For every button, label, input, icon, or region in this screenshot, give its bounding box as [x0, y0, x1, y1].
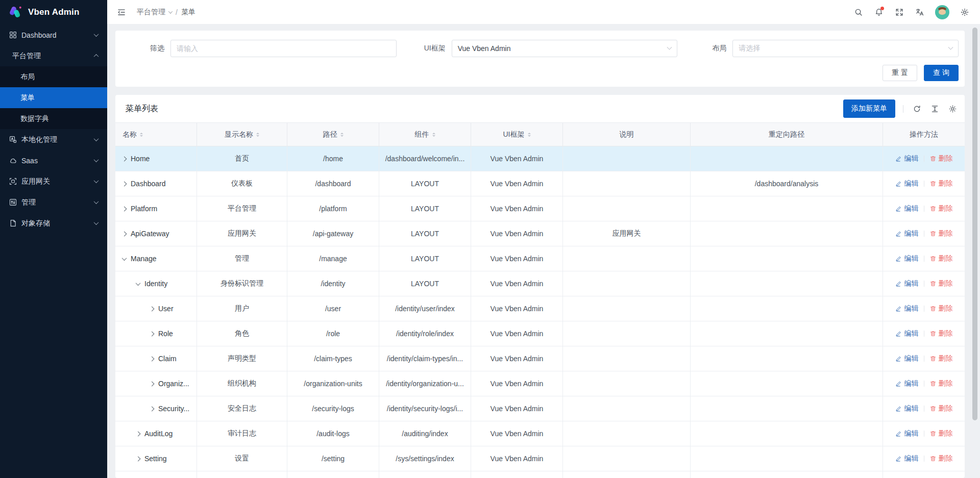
chevron-down-icon[interactable] [122, 256, 127, 261]
chevron-right-icon[interactable] [122, 156, 127, 161]
sidebar-subitem[interactable]: 数据字典 [0, 108, 107, 129]
display-cell: 平台管理 [197, 196, 287, 221]
search-icon[interactable] [850, 4, 867, 20]
breadcrumb-parent[interactable]: 平台管理 [137, 8, 165, 17]
chevron-right-icon[interactable] [150, 331, 155, 336]
sidebar-item[interactable]: 管理 [0, 192, 107, 213]
menu-fold-icon[interactable] [113, 4, 130, 20]
table-row[interactable]: Claim声明类型/claim-types/identity/claim-typ… [115, 346, 965, 371]
table-row[interactable] [115, 471, 965, 478]
sidebar-subitem[interactable]: 菜单 [0, 87, 107, 108]
sidebar-item[interactable]: 应用网关 [0, 171, 107, 192]
chevron-down-icon[interactable] [136, 281, 141, 286]
edit-link[interactable]: 编辑 [895, 454, 919, 463]
scrollbar-thumb[interactable] [972, 28, 977, 420]
delete-link[interactable]: 删除 [929, 454, 953, 463]
sort-caret-icon[interactable] [432, 133, 435, 137]
trash-icon [929, 405, 937, 412]
table-row[interactable]: Dashboard仪表板/dashboardLAYOUTVue Vben Adm… [115, 171, 965, 196]
actions-cell: 编辑 删除 [883, 446, 965, 471]
delete-link[interactable]: 删除 [929, 254, 953, 263]
column-header[interactable]: 组件 [379, 123, 471, 146]
column-header[interactable]: 路径 [287, 123, 379, 146]
translate-icon[interactable] [912, 4, 928, 20]
edit-link[interactable]: 编辑 [895, 179, 919, 188]
filter-input[interactable] [170, 40, 397, 57]
delete-link[interactable]: 删除 [929, 229, 953, 238]
table-row[interactable]: Home首页/home/dashboard/welcome/in...Vue V… [115, 146, 965, 171]
edit-link[interactable]: 编辑 [895, 379, 919, 388]
chevron-right-icon[interactable] [122, 231, 127, 236]
edit-link[interactable]: 编辑 [895, 229, 919, 238]
column-header[interactable]: UI框架 [471, 123, 563, 146]
fullscreen-icon[interactable] [891, 4, 908, 20]
edit-link[interactable]: 编辑 [895, 404, 919, 413]
gear-icon[interactable] [947, 103, 958, 114]
edit-link[interactable]: 编辑 [895, 254, 919, 263]
chevron-right-icon[interactable] [122, 181, 127, 186]
delete-link[interactable]: 删除 [929, 354, 953, 363]
column-header[interactable]: 显示名称 [197, 123, 287, 146]
chevron-right-icon[interactable] [136, 456, 141, 461]
table-row[interactable]: Setting设置/setting/sys/settings/indexVue … [115, 446, 965, 471]
redirect-cell [691, 146, 883, 171]
actions-cell: 编辑 删除 [883, 221, 965, 246]
sidebar-item[interactable]: 平台管理 [0, 45, 107, 66]
chevron-right-icon[interactable] [150, 381, 155, 386]
row-height-icon[interactable] [929, 103, 940, 114]
bell-icon[interactable] [871, 4, 887, 20]
gear-icon[interactable] [957, 4, 973, 20]
framework-cell: Vue Vben Admin [471, 296, 563, 321]
sort-caret-icon[interactable] [140, 133, 143, 137]
delete-link[interactable]: 删除 [929, 154, 953, 163]
edit-link[interactable]: 编辑 [895, 429, 919, 438]
logo[interactable]: Vben Admin [0, 0, 107, 24]
sort-caret-icon[interactable] [256, 133, 259, 137]
table-row[interactable]: Role角色/role/identity/role/indexVue Vben … [115, 321, 965, 346]
chevron-right-icon[interactable] [150, 306, 155, 311]
sidebar-item[interactable]: Dashboard [0, 24, 107, 45]
edit-link[interactable]: 编辑 [895, 154, 919, 163]
sidebar-item[interactable]: 对象存储 [0, 213, 107, 234]
chevron-right-icon[interactable] [122, 206, 127, 211]
delete-link[interactable]: 删除 [929, 279, 953, 288]
table-row[interactable]: Identity身份标识管理/identityLAYOUTVue Vben Ad… [115, 271, 965, 296]
sort-caret-icon[interactable] [528, 133, 531, 137]
search-button[interactable]: 查 询 [924, 65, 959, 81]
refresh-icon[interactable] [911, 103, 922, 114]
chevron-right-icon[interactable] [136, 431, 141, 436]
layout-select[interactable]: 请选择 [732, 40, 959, 57]
sort-caret-icon[interactable] [340, 133, 344, 137]
edit-link[interactable]: 编辑 [895, 329, 919, 338]
table-row[interactable]: Platform平台管理/platformLAYOUTVue Vben Admi… [115, 196, 965, 221]
edit-link[interactable]: 编辑 [895, 354, 919, 363]
delete-link[interactable]: 删除 [929, 304, 953, 313]
notification-dot [880, 7, 884, 10]
framework-select[interactable]: Vue Vben Admin [452, 40, 678, 57]
edit-link[interactable]: 编辑 [895, 204, 919, 213]
sidebar-item[interactable]: Saas [0, 150, 107, 171]
display-cell: 仪表板 [197, 171, 287, 196]
edit-link[interactable]: 编辑 [895, 279, 919, 288]
delete-link[interactable]: 删除 [929, 379, 953, 388]
delete-link[interactable]: 删除 [929, 179, 953, 188]
table-row[interactable]: AuditLog审计日志/audit-logs/auditing/indexVu… [115, 421, 965, 446]
add-menu-button[interactable]: 添加新菜单 [843, 99, 895, 118]
table-row[interactable]: Manage管理/manageLAYOUTVue Vben Admin 编辑 删… [115, 246, 965, 271]
delete-link[interactable]: 删除 [929, 404, 953, 413]
avatar[interactable] [935, 5, 949, 19]
column-header[interactable]: 名称 [115, 123, 197, 146]
delete-link[interactable]: 删除 [929, 329, 953, 338]
sidebar-item[interactable]: 本地化管理 [0, 129, 107, 150]
table-row[interactable]: Organiz...组织机构/organization-units/identi… [115, 371, 965, 396]
table-row[interactable]: ApiGateway应用网关/api-gatewayLAYOUTVue Vben… [115, 221, 965, 246]
delete-link[interactable]: 删除 [929, 204, 953, 213]
chevron-right-icon[interactable] [150, 406, 155, 411]
delete-link[interactable]: 删除 [929, 429, 953, 438]
table-row[interactable]: Security...安全日志/security-logs/identity/s… [115, 396, 965, 421]
chevron-right-icon[interactable] [150, 356, 155, 361]
sidebar-subitem[interactable]: 布局 [0, 66, 107, 87]
table-row[interactable]: User用户/user/identity/user/indexVue Vben … [115, 296, 965, 321]
reset-button[interactable]: 重 置 [883, 65, 917, 81]
edit-link[interactable]: 编辑 [895, 304, 919, 313]
